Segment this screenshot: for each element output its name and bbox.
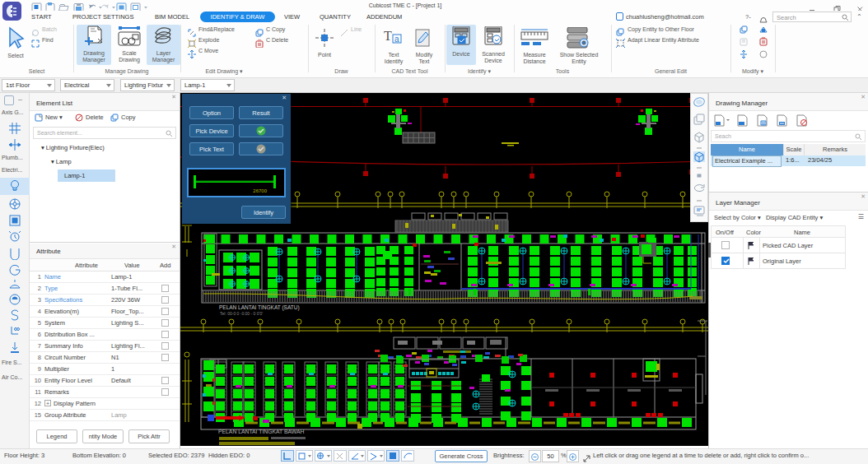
svg-text:T: T	[384, 29, 392, 43]
svg-text:a: a	[394, 35, 399, 44]
svg-text:Tel: 00-0 0 -0.00 - 0 0'0': Tel: 00-0 0 -0.00 - 0 0'0'	[220, 311, 263, 316]
svg-text:26700: 26700	[253, 188, 267, 193]
svg-text:PELAN LANTAI TINGKAT BAWAH: PELAN LANTAI TINGKAT BAWAH	[218, 429, 304, 434]
svg-text:PELAN LANTAI TINGKAT (SATU): PELAN LANTAI TINGKAT (SATU)	[219, 304, 300, 311]
